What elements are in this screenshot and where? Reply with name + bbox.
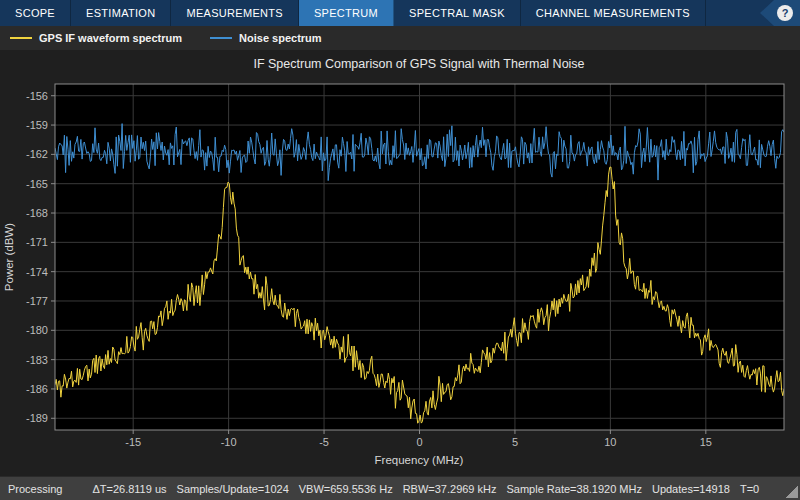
legend-item-gps[interactable]: GPS IF waveform spectrum: [10, 32, 182, 44]
legend-swatch-0: [10, 37, 32, 39]
y-tick-label: -168: [26, 207, 48, 219]
tab-channel-measurements[interactable]: CHANNEL MEASUREMENTS: [521, 0, 706, 26]
status-samples-per-update: Samples/Update=1024: [177, 483, 289, 495]
legend-item-noise[interactable]: Noise spectrum: [210, 32, 322, 44]
y-tick-label: -177: [26, 295, 48, 307]
spectrum-plot[interactable]: IF Spectrum Comparison of GPS Signal wit…: [0, 50, 800, 476]
status-sample-rate: Sample Rate=38.1920 MHz: [507, 483, 642, 495]
y-tick-label: -156: [26, 90, 48, 102]
legend-swatch-1: [210, 37, 232, 39]
tabbar-spacer: [706, 0, 760, 26]
legend-bar: GPS IF waveform spectrum Noise spectrum: [0, 26, 800, 50]
tab-estimation[interactable]: ESTIMATION: [71, 0, 171, 26]
tab-spectrum[interactable]: SPECTRUM: [299, 0, 394, 26]
status-rbw: RBW=37.2969 kHz: [403, 483, 497, 495]
status-time: T=0: [740, 483, 759, 495]
resize-grip-icon[interactable]: [784, 484, 798, 498]
legend-label-gps: GPS IF waveform spectrum: [39, 32, 182, 44]
y-axis-label: Power (dBW): [3, 223, 15, 292]
status-processing: Processing: [8, 483, 62, 495]
x-tick-label: 15: [700, 436, 712, 448]
x-tick-label: -10: [221, 436, 237, 448]
y-tick-label: -180: [26, 324, 48, 336]
spectrum-analyzer-window: SCOPE ESTIMATION MEASUREMENTS SPECTRUM S…: [0, 0, 800, 500]
status-vbw: VBW=659.5536 Hz: [299, 483, 393, 495]
toolstrip-corner-shape: ?: [760, 0, 800, 26]
chart-area: IF Spectrum Comparison of GPS Signal wit…: [0, 50, 800, 476]
x-tick-label: 0: [416, 436, 422, 448]
x-axis-label: Frequency (MHz): [375, 454, 464, 466]
status-updates: Updates=14918: [652, 483, 730, 495]
help-button[interactable]: ?: [777, 5, 793, 21]
x-tick-label: 10: [604, 436, 616, 448]
chart-title: IF Spectrum Comparison of GPS Signal wit…: [253, 57, 584, 71]
y-tick-label: -162: [26, 148, 48, 160]
tab-measurements[interactable]: MEASUREMENTS: [171, 0, 299, 26]
tab-scope[interactable]: SCOPE: [0, 0, 71, 26]
y-tick-label: -174: [26, 266, 48, 278]
y-tick-label: -183: [26, 354, 48, 366]
y-tick-label: -186: [26, 383, 48, 395]
y-tick-label: -189: [26, 412, 48, 424]
x-tick-label: -15: [125, 436, 141, 448]
plot-content: -15-10-5051015-156-159-162-165-168-171-1…: [26, 84, 784, 448]
legend-label-noise: Noise spectrum: [239, 32, 322, 44]
y-tick-label: -171: [26, 236, 48, 248]
y-tick-label: -159: [26, 119, 48, 131]
status-bar: Processing ΔT=26.8119 us Samples/Update=…: [0, 476, 800, 500]
toolstrip-tabbar: SCOPE ESTIMATION MEASUREMENTS SPECTRUM S…: [0, 0, 800, 26]
status-delta-t: ΔT=26.8119 us: [92, 483, 166, 495]
x-tick-label: 5: [512, 436, 518, 448]
x-tick-label: -5: [319, 436, 329, 448]
tab-spectral-mask[interactable]: SPECTRAL MASK: [394, 0, 521, 26]
y-tick-label: -165: [26, 178, 48, 190]
